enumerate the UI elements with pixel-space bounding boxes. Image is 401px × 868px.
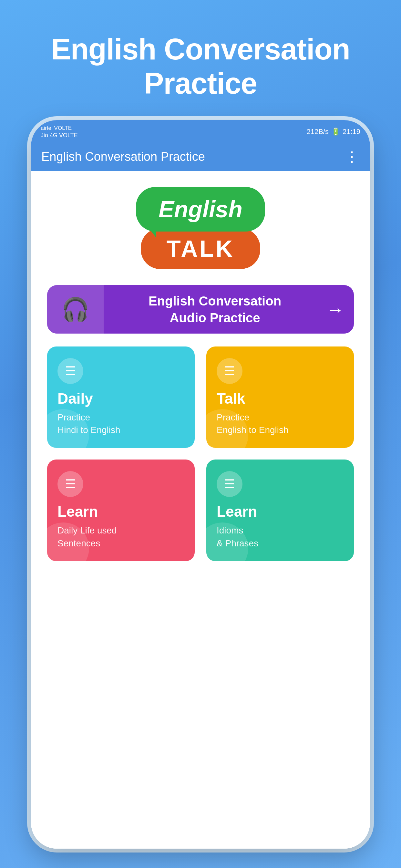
english-text: English bbox=[158, 196, 243, 222]
carrier1: airtel VOLTE bbox=[41, 125, 78, 132]
daily-card-title: Daily bbox=[58, 390, 186, 407]
daily-card-subtitle: Practice Hindi to English bbox=[58, 411, 186, 436]
talk-card-subtitle: Practice English to English bbox=[217, 411, 345, 436]
icons-cluster: 🔋 bbox=[331, 128, 340, 136]
more-options-icon[interactable]: ⋮ bbox=[345, 150, 360, 164]
learn-sentences-card[interactable]: ☰ Learn Daily Life used Sentences bbox=[47, 460, 195, 561]
app-bar-title: English Conversation Practice bbox=[41, 150, 205, 164]
audio-text: English Conversation Audio Practice bbox=[104, 292, 326, 326]
english-bubble: English bbox=[136, 187, 265, 231]
learn-idioms-subtitle: Idioms & Phrases bbox=[217, 524, 345, 549]
status-right: 212B/s 🔋 21:19 bbox=[306, 128, 360, 136]
list-icon-idioms: ☰ bbox=[224, 477, 235, 491]
headphone-icon: 🎧 bbox=[61, 296, 89, 322]
list-icon-sentences: ☰ bbox=[65, 477, 76, 491]
cards-grid: ☰ Daily Practice Hindi to English ☰ Talk… bbox=[47, 346, 354, 561]
learn-sentences-title: Learn bbox=[58, 503, 186, 520]
audio-practice-banner[interactable]: 🎧 English Conversation Audio Practice → bbox=[47, 285, 354, 334]
list-icon-talk: ☰ bbox=[224, 364, 235, 378]
learn-idioms-title: Learn bbox=[217, 503, 345, 520]
logo-container: English TALK bbox=[136, 187, 265, 269]
list-icon-daily: ☰ bbox=[65, 364, 76, 378]
card-icon-circle: ☰ bbox=[58, 471, 83, 497]
card-icon-circle: ☰ bbox=[217, 471, 243, 497]
audio-line1: English Conversation bbox=[110, 292, 320, 309]
status-bar: airtel VOLTE Jio 4G VOLTE 212B/s 🔋 21:19 bbox=[31, 120, 370, 143]
daily-practice-card[interactable]: ☰ Daily Practice Hindi to English bbox=[47, 346, 195, 448]
carrier-info: airtel VOLTE Jio 4G VOLTE bbox=[41, 125, 78, 139]
app-bar: English Conversation Practice ⋮ bbox=[31, 143, 370, 171]
audio-icon-box: 🎧 bbox=[47, 285, 104, 334]
time: 21:19 bbox=[343, 128, 360, 136]
talk-text: TALK bbox=[166, 236, 235, 261]
carrier2: Jio 4G VOLTE bbox=[41, 132, 78, 139]
learn-sentences-subtitle: Daily Life used Sentences bbox=[58, 524, 186, 549]
talk-practice-card[interactable]: ☰ Talk Practice English to English bbox=[206, 346, 354, 448]
card-icon-circle: ☰ bbox=[58, 358, 83, 384]
learn-idioms-card[interactable]: ☰ Learn Idioms & Phrases bbox=[206, 460, 354, 561]
talk-bubble: TALK bbox=[141, 228, 260, 269]
phone-frame: airtel VOLTE Jio 4G VOLTE 212B/s 🔋 21:19… bbox=[31, 120, 370, 848]
speed: 212B/s bbox=[306, 128, 329, 136]
audio-line2: Audio Practice bbox=[110, 309, 320, 326]
audio-arrow-icon: → bbox=[326, 299, 354, 320]
app-title: English ConversationPractice bbox=[25, 0, 376, 120]
main-content: English TALK 🎧 English Conversation Audi… bbox=[31, 171, 370, 848]
card-icon-circle: ☰ bbox=[217, 358, 243, 384]
talk-card-title: Talk bbox=[217, 390, 345, 407]
